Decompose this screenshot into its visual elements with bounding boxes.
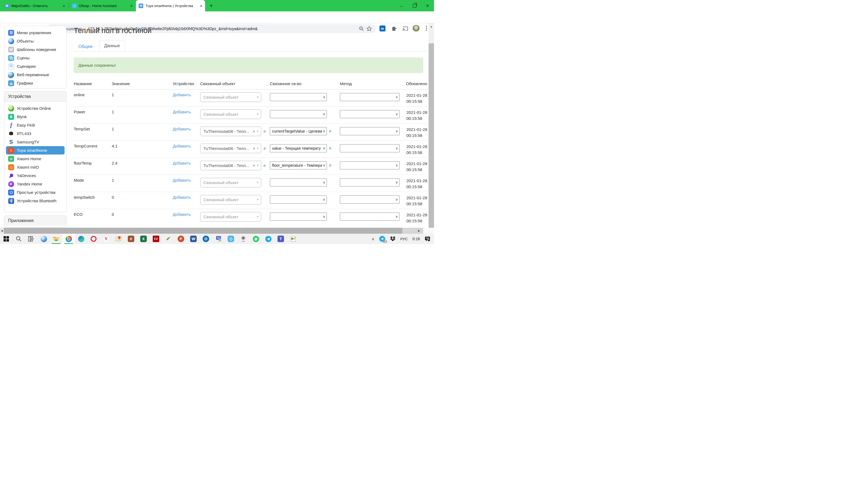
maps-icon[interactable] <box>112 234 125 244</box>
profile-avatar[interactable] <box>412 25 420 32</box>
linked-property-select[interactable]: ∨ <box>270 195 327 204</box>
chrome-icon[interactable] <box>62 234 75 244</box>
remote-desktop-icon[interactable] <box>212 234 225 244</box>
webcam-app-icon[interactable] <box>237 234 250 244</box>
edge-icon[interactable] <box>75 234 87 244</box>
sidebar-item-easy-fkb[interactable]: f Easy FKB <box>6 121 65 129</box>
sidebar-item-yadevices[interactable]: YaDevices <box>6 171 65 180</box>
hash-link[interactable]: # <box>264 163 266 168</box>
notepad-plus-plus-icon[interactable] <box>287 234 300 244</box>
sidebar-item-scenes[interactable]: Сцены <box>6 54 65 62</box>
powerpoint-icon[interactable]: P <box>175 234 187 244</box>
filezilla-icon[interactable]: FZ <box>150 234 162 244</box>
hash-link[interactable]: # <box>264 146 266 151</box>
tray-expand-icon[interactable]: ∧ <box>372 237 374 241</box>
extensions-puzzle-icon[interactable] <box>390 25 398 32</box>
bookmark-star-icon[interactable] <box>367 26 372 31</box>
linked-object-select[interactable]: TuThermostat06 - Тепл...×▼ <box>200 144 261 153</box>
method-select[interactable]: ∨ <box>340 178 400 187</box>
scroll-right-icon[interactable]: ▶ <box>417 228 421 234</box>
linked-property-select[interactable]: value - Текущая температу∨ <box>270 144 327 152</box>
snagit-icon[interactable] <box>162 234 175 244</box>
telegram-tray-icon[interactable]: ..8 <box>379 236 385 242</box>
language-indicator[interactable]: РУС <box>400 237 408 241</box>
linked-object-select[interactable]: Связанный объект▼ <box>200 178 261 187</box>
dropbox-tray-icon[interactable] <box>390 236 396 241</box>
sidebar-item-yandex-home[interactable]: Yandex Home <box>6 180 65 188</box>
add-device-link[interactable]: Добавить <box>173 212 191 217</box>
cast-icon[interactable] <box>401 25 409 32</box>
applications-card[interactable]: Приложения <box>4 216 66 227</box>
tab-majordomo[interactable]: M MajorDoMo - Ответить × <box>2 0 68 11</box>
method-select[interactable]: ∨ <box>340 93 400 101</box>
outlook-icon[interactable]: O <box>199 234 212 244</box>
sidebar-item-xiaomi-home[interactable]: ʊ Xiaomi Home <box>6 155 65 163</box>
scroll-left-icon[interactable]: ◀ <box>0 228 4 234</box>
word-icon[interactable]: W <box>187 234 199 244</box>
add-device-link[interactable]: Добавить <box>173 195 191 199</box>
linked-object-select[interactable]: Связанный объект▼ <box>200 93 261 102</box>
clear-selection-icon[interactable]: × <box>253 147 255 151</box>
tab-data-active[interactable]: Данные <box>99 40 125 51</box>
notification-center-icon[interactable] <box>425 236 430 241</box>
sidebar-item-xiaomi-miio[interactable]: ⌂ Xiaomi miIO <box>6 163 65 171</box>
taskbar-search-icon[interactable] <box>12 234 25 244</box>
add-device-link[interactable]: Добавить <box>173 127 191 131</box>
hash-link[interactable]: # <box>329 146 331 151</box>
ewelink-icon[interactable] <box>225 234 237 244</box>
sidebar-item-objects[interactable]: Объекты <box>6 37 65 45</box>
linked-object-select[interactable]: Связанный объект▼ <box>200 195 261 204</box>
winbox-icon[interactable] <box>37 234 50 244</box>
tab-general[interactable]: Общее <box>74 42 97 52</box>
sidebar-item-behavior-templates[interactable]: M Шаблоны поведения <box>6 45 65 54</box>
sidebar-item-web-variables[interactable]: Веб-переменные <box>6 70 65 79</box>
tab-tuya-smarthome-active[interactable]: M Tuya smarthome | Устройства | Г × <box>136 0 205 11</box>
close-tab-icon[interactable]: × <box>63 3 65 8</box>
linked-object-select[interactable]: Связанный объект▼ <box>200 109 261 119</box>
clear-selection-icon[interactable]: × <box>253 163 255 167</box>
method-select[interactable]: ∨ <box>340 161 400 169</box>
file-explorer-icon[interactable] <box>50 234 62 244</box>
teams-icon[interactable]: T <box>275 234 287 244</box>
linked-property-select[interactable]: currentTargetValue - Целева∨ <box>270 127 327 135</box>
clear-selection-icon[interactable]: × <box>253 129 255 133</box>
method-select[interactable]: ∨ <box>340 144 400 152</box>
method-select[interactable]: ∨ <box>340 110 400 118</box>
scroll-up-icon[interactable]: ▲ <box>429 24 434 29</box>
hash-app-icon[interactable]: # <box>125 234 137 244</box>
close-window-button[interactable]: × <box>421 0 434 11</box>
add-device-link[interactable]: Добавить <box>173 93 191 97</box>
linked-object-select[interactable]: Связанный объект▼ <box>200 212 261 222</box>
clock[interactable]: 0:16 <box>412 237 420 241</box>
minimize-button[interactable]: – <box>395 0 408 11</box>
sidebar-item-scenarios[interactable]: Сценарии <box>6 62 65 70</box>
horizontal-scrollbar[interactable]: ◀ ▶ <box>0 228 423 234</box>
linkedin-extension-icon[interactable]: in <box>379 25 386 32</box>
sidebar-item-blynk[interactable]: B Blynk <box>6 112 65 121</box>
new-tab-button[interactable]: + <box>208 2 215 9</box>
linked-property-select[interactable]: floor_temperature - Темпера∨ <box>270 161 327 169</box>
close-tab-icon[interactable]: × <box>200 3 203 8</box>
linked-property-select[interactable]: ∨ <box>270 178 327 187</box>
sidebar-item-samsungtv[interactable]: S SamsungTV <box>6 138 65 146</box>
linked-property-select[interactable]: ∨ <box>270 93 327 101</box>
sidebar-item-devices-online[interactable]: Устройства Online <box>6 104 65 112</box>
whatsapp-icon[interactable] <box>250 234 262 244</box>
add-device-link[interactable]: Добавить <box>173 178 191 183</box>
sidebar-item-tuya-smarthome[interactable]: t Tuya smarthome <box>6 146 65 155</box>
vertical-scrollbar[interactable]: ▲ <box>429 23 434 228</box>
close-tab-icon[interactable]: × <box>130 3 133 8</box>
method-select[interactable]: ∨ <box>340 213 400 221</box>
linked-object-select[interactable]: TuThermostat06 - Тепл...×▼ <box>200 161 261 170</box>
excel-icon[interactable]: X <box>137 234 150 244</box>
restore-button[interactable] <box>408 0 421 11</box>
zoom-out-icon[interactable] <box>359 26 364 31</box>
tab-home-assistant[interactable]: ⌂ Обзор - Home Assistant × <box>69 0 135 11</box>
add-device-link[interactable]: Добавить <box>173 144 191 148</box>
vertical-scrollbar-thumb[interactable] <box>429 43 434 228</box>
start-button[interactable] <box>0 234 12 244</box>
add-device-link[interactable]: Добавить <box>173 161 191 165</box>
linked-property-select[interactable]: ∨ <box>270 110 327 118</box>
sidebar-item-rtl433[interactable]: RTL433 <box>6 129 65 138</box>
method-select[interactable]: ∨ <box>340 195 400 204</box>
